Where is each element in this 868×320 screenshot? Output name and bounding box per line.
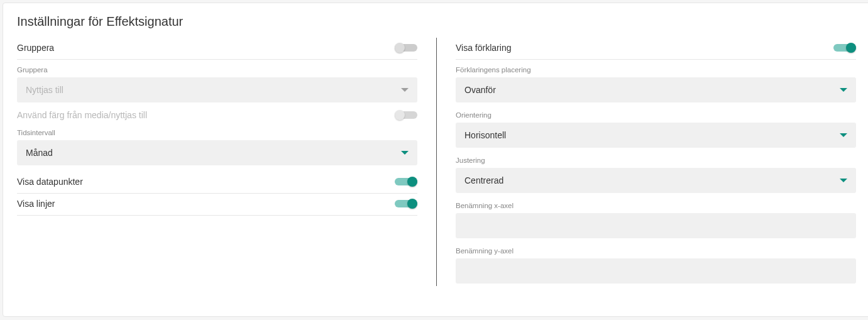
- xlabel-input[interactable]: [456, 213, 856, 238]
- row-legend: Visa förklaring: [456, 38, 856, 60]
- placement-field-label: Förklaringens placering: [456, 66, 856, 74]
- use-color-toggle: [395, 110, 417, 120]
- row-lines: Visa linjer: [17, 194, 417, 216]
- align-select[interactable]: Centrerad: [456, 168, 856, 193]
- ylabel-field: Benämning y-axel: [456, 241, 856, 286]
- settings-card: Inställningar för Effektsignatur Grupper…: [3, 3, 868, 317]
- left-column: Gruppera Gruppera Nyttjas till Använd fä…: [17, 38, 436, 286]
- xlabel-field-label: Benämning x-axel: [456, 202, 856, 209]
- datapoints-toggle[interactable]: [395, 177, 417, 187]
- columns: Gruppera Gruppera Nyttjas till Använd fä…: [17, 38, 856, 286]
- orientation-select[interactable]: Horisontell: [456, 123, 856, 148]
- ylabel-input[interactable]: [456, 258, 856, 284]
- row-datapoints: Visa datapunkter: [17, 172, 417, 194]
- toggle-thumb: [395, 43, 405, 53]
- chevron-down-icon: [401, 88, 409, 92]
- ylabel-field-label: Benämning y-axel: [456, 247, 856, 255]
- toggle-thumb: [407, 177, 417, 187]
- xlabel-field: Benämning x-axel: [456, 196, 856, 241]
- use-color-label: Använd färg från media/nyttjas till: [17, 110, 147, 120]
- legend-label: Visa förklaring: [456, 43, 511, 53]
- group-field-label: Gruppera: [17, 66, 417, 74]
- placement-field: Förklaringens placering Ovanför: [456, 60, 856, 105]
- group-toggle[interactable]: [395, 43, 417, 53]
- align-select-value: Centrerad: [464, 175, 840, 185]
- lines-label: Visa linjer: [17, 199, 55, 209]
- align-field-label: Justering: [456, 157, 856, 164]
- orientation-select-value: Horisontell: [464, 130, 840, 140]
- lines-toggle[interactable]: [395, 199, 417, 209]
- group-label: Gruppera: [17, 43, 54, 53]
- orientation-field: Orientering Horisontell: [456, 105, 856, 150]
- toggle-thumb: [846, 43, 856, 53]
- interval-select[interactable]: Månad: [17, 140, 417, 165]
- group-select-value: Nyttjas till: [26, 85, 401, 95]
- row-use-color: Använd färg från media/nyttjas till: [17, 105, 417, 123]
- interval-select-value: Månad: [26, 148, 401, 158]
- chevron-down-icon: [840, 179, 847, 182]
- orientation-field-label: Orientering: [456, 111, 856, 119]
- datapoints-label: Visa datapunkter: [17, 177, 83, 187]
- interval-field-label: Tidsintervall: [17, 129, 417, 136]
- page-title: Inställningar för Effektsignatur: [17, 14, 856, 29]
- toggle-thumb: [395, 110, 405, 120]
- chevron-down-icon: [840, 88, 847, 92]
- group-field: Gruppera Nyttjas till: [17, 60, 417, 105]
- placement-select[interactable]: Ovanför: [456, 77, 856, 102]
- group-select[interactable]: Nyttjas till: [17, 77, 417, 102]
- toggle-thumb: [407, 199, 417, 209]
- chevron-down-icon: [840, 133, 847, 137]
- align-field: Justering Centrerad: [456, 150, 856, 196]
- legend-toggle[interactable]: [833, 43, 856, 53]
- row-group: Gruppera: [17, 38, 417, 60]
- right-column: Visa förklaring Förklaringens placering …: [436, 38, 856, 286]
- chevron-down-icon: [401, 151, 409, 155]
- placement-select-value: Ovanför: [464, 85, 840, 95]
- interval-field: Tidsintervall Månad: [17, 123, 417, 168]
